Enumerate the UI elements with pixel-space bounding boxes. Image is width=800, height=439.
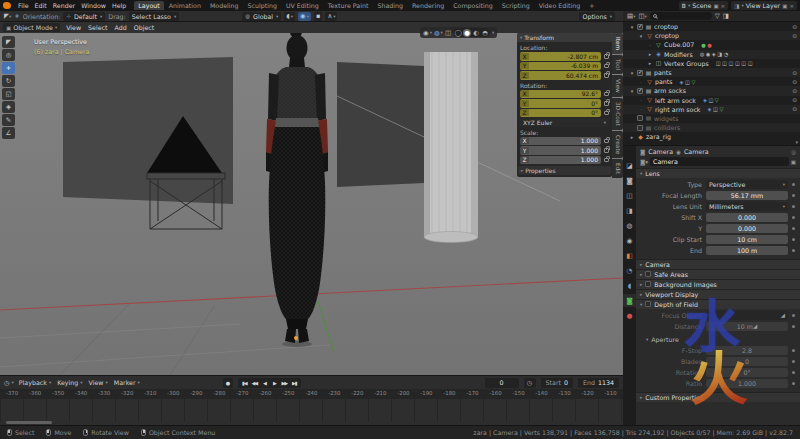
datablock-name-field[interactable]: Camera — [650, 157, 789, 166]
collection-checkbox[interactable] — [637, 115, 643, 121]
outliner-item-label[interactable]: widgets — [654, 115, 679, 122]
new-scene-icon[interactable]: ▣ — [713, 3, 718, 9]
topbar-menu-item[interactable]: File — [15, 2, 32, 9]
lock-icon[interactable] — [604, 101, 609, 106]
section-header[interactable]: ▸ Safe Areas — [636, 269, 800, 279]
animate-dot[interactable] — [792, 360, 795, 363]
section-header[interactable]: ▸ Viewport Display — [636, 289, 800, 299]
property-field[interactable]: 100 m — [706, 246, 788, 255]
n-panel-tab[interactable]: 3D-Coat — [612, 98, 623, 130]
data-icon[interactable]: ◈ — [703, 97, 707, 103]
outliner-row[interactable]: ▸ ◆ zara_rig ⊙ — [623, 132, 800, 141]
rotation-field[interactable]: X92.6° — [520, 90, 601, 99]
lock-icon[interactable] — [604, 73, 609, 78]
expander-icon[interactable]: ▾ — [629, 24, 635, 30]
view-layer-selector[interactable]: ◨▾ View Layer ▣ × — [731, 1, 797, 10]
lock-icon[interactable] — [604, 54, 609, 59]
data-icon[interactable]: ◫ — [713, 106, 718, 112]
n-panel-tab[interactable]: Create — [612, 131, 623, 158]
properties-panel-header[interactable]: ▸Properties — [518, 166, 611, 175]
animate-dot[interactable] — [792, 249, 795, 252]
outliner-item-label[interactable]: croptop — [654, 23, 678, 30]
dof-checkbox[interactable] — [645, 301, 651, 307]
lock-icon[interactable] — [604, 92, 609, 97]
active-tool-icon[interactable]: ◤▾ — [4, 12, 11, 20]
animate-dot[interactable] — [792, 382, 795, 385]
animate-dot[interactable] — [792, 349, 795, 352]
expander-icon[interactable]: · — [647, 42, 653, 48]
scale-field[interactable]: Z1.000 — [520, 156, 601, 165]
animate-dot[interactable] — [792, 194, 795, 197]
location-field[interactable]: Z60.474 cm — [520, 71, 601, 80]
property-field[interactable]: 2.8 — [706, 346, 788, 355]
transport-button[interactable]: ▶▶ — [280, 380, 289, 386]
transport-button[interactable]: ▮◀ — [240, 380, 249, 386]
falloff-dropdown[interactable]: ∧▾ — [325, 12, 337, 21]
eye-icon[interactable]: ⊙ — [792, 79, 797, 85]
lock-icon[interactable] — [604, 111, 609, 116]
animate-dot[interactable] — [792, 314, 795, 317]
data-icon[interactable]: ◈ — [708, 106, 712, 112]
viewport-menu-item[interactable]: View — [65, 24, 82, 31]
material[interactable]: ● — [623, 309, 636, 322]
workspace-tab[interactable]: Rendering — [408, 1, 448, 10]
drag-dropdown[interactable]: Select Lasso▾ — [129, 12, 179, 21]
timeline-ruler[interactable]: -370-360-350-340-330-320-310-300-290-280… — [0, 389, 623, 399]
outliner-row[interactable]: ▤ colliders ⊙ — [623, 123, 800, 132]
data-icon[interactable]: ◫ — [722, 60, 727, 66]
lock-icon[interactable] — [604, 139, 609, 144]
timeline-menu-item[interactable]: View▾ — [89, 379, 108, 386]
expander-icon[interactable]: ▸ — [647, 60, 653, 66]
rotation-mode-dropdown[interactable]: XYZ Euler▾ — [520, 118, 609, 127]
object[interactable]: ◧ — [623, 249, 636, 262]
xray-toggle[interactable]: ◫ — [445, 29, 451, 37]
transport-button[interactable]: ▶ — [270, 380, 279, 386]
data-icon[interactable]: ◔ — [724, 51, 729, 57]
outliner-row[interactable]: ▤ widgets ⊙ — [623, 114, 800, 123]
physics[interactable]: ◔ — [623, 264, 636, 277]
material-preview[interactable]: ◐ — [472, 29, 480, 37]
breadcrumb-data[interactable]: Camera — [684, 148, 709, 155]
data-icon[interactable]: ◫ — [716, 60, 721, 66]
outliner-row[interactable]: ▾ ▤ pants ⊙ — [623, 68, 800, 77]
outliner-item-label[interactable]: Cube.007 — [664, 41, 694, 48]
workspace-tab[interactable]: Sculpting — [244, 1, 281, 10]
animate-dot[interactable] — [792, 216, 795, 219]
n-panel-tab[interactable]: Edit — [612, 159, 623, 178]
frame-start-field[interactable]: Start0 — [541, 378, 573, 388]
auto-keying-toggle[interactable]: ● — [223, 378, 233, 388]
outliner-item-label[interactable]: left arm sock — [655, 97, 696, 104]
scene[interactable]: ◍ — [623, 219, 636, 232]
topbar-menu-item[interactable]: Render — [50, 2, 78, 9]
editor-type-icon[interactable]: ▤▾ — [627, 12, 635, 20]
rotation-field[interactable]: Y0° — [520, 99, 601, 108]
outliner-row[interactable]: · ▽ left arm sock ◈◫▽ ⊙ — [623, 96, 800, 105]
outliner-item-label[interactable]: colliders — [654, 124, 680, 131]
workspace-tab[interactable]: Animation — [165, 1, 205, 10]
property-field[interactable]: 0.000 — [706, 224, 788, 233]
location-field[interactable]: X-2.807 cm — [520, 52, 601, 61]
lock-icon[interactable] — [604, 158, 609, 163]
outliner-row[interactable]: · ▽ Cube.007 ●● ⊙ — [623, 40, 800, 49]
eye-icon[interactable]: ⊙ — [792, 97, 797, 103]
transport-button[interactable]: ▶▮ — [290, 380, 299, 386]
workspace-tab[interactable]: Shading — [373, 1, 407, 10]
shading-dropdown-icon[interactable]: ▾ — [492, 30, 494, 35]
animate-dot[interactable] — [792, 227, 795, 230]
outliner-row[interactable]: ▸ ◈ Modifiers ◍◉◈◨◔ ⊙ — [623, 50, 800, 59]
render[interactable]: ◙ — [623, 174, 636, 187]
data-icon[interactable]: ● — [701, 42, 706, 48]
scale-field[interactable]: X1.000 — [520, 137, 601, 146]
collection-checkbox[interactable] — [637, 70, 643, 76]
property-field[interactable]: 0° — [706, 368, 788, 377]
data-icon[interactable]: ▽ — [692, 79, 696, 85]
scene-selector[interactable]: ◘▾ Scene ▣ × — [679, 1, 729, 10]
viewport-3d[interactable]: ▣ Object Mode▾ ViewSelectAddObject — [0, 22, 623, 375]
close-icon[interactable]: × — [789, 3, 794, 9]
section-checkbox[interactable] — [645, 271, 651, 277]
section-checkbox[interactable] — [645, 281, 651, 287]
expander-icon[interactable]: · — [638, 79, 644, 85]
workspace-tab[interactable]: Texture Paint — [324, 1, 373, 10]
timeline-menu-item[interactable]: Keying▾ — [57, 379, 82, 386]
outliner-item-label[interactable]: pants — [654, 69, 672, 76]
